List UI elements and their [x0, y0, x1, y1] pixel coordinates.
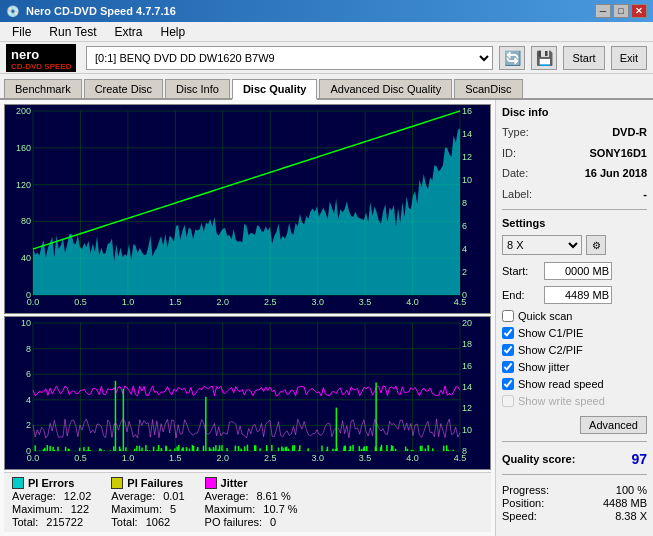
divider-3 — [502, 474, 647, 475]
tab-scan-disc[interactable]: ScanDisc — [454, 79, 522, 98]
end-label: End: — [502, 289, 540, 301]
pi-errors-label: PI Errors — [28, 477, 74, 489]
disc-id-label: ID: — [502, 145, 516, 162]
disc-type-value: DVD-R — [612, 124, 647, 141]
pi-failures-max-label: Maximum: — [111, 503, 162, 515]
disc-id-value: SONY16D1 — [590, 145, 647, 162]
disc-type-label: Type: — [502, 124, 529, 141]
pi-errors-avg-value: 12.02 — [64, 490, 92, 502]
po-failures-value: 0 — [270, 516, 276, 528]
pi-errors-max-value: 122 — [71, 503, 89, 515]
quick-scan-row: Quick scan — [502, 310, 647, 322]
show-read-speed-checkbox[interactable] — [502, 378, 514, 390]
disc-label-row: Label: - — [502, 186, 647, 203]
settings-title: Settings — [502, 217, 647, 229]
title-bar: 💿 Nero CD-DVD Speed 4.7.7.16 ─ □ ✕ — [0, 0, 653, 22]
exit-button[interactable]: Exit — [611, 46, 647, 70]
tab-create-disc[interactable]: Create Disc — [84, 79, 163, 98]
pi-failures-total-label: Total: — [111, 516, 137, 528]
quick-scan-checkbox[interactable] — [502, 310, 514, 322]
progress-section: Progress: 100 % Position: 4488 MB Speed:… — [502, 484, 647, 523]
toolbar: nero CD-DVD SPEED [0:1] BENQ DVD DD DW16… — [0, 42, 653, 74]
tab-advanced-disc-quality[interactable]: Advanced Disc Quality — [319, 79, 452, 98]
speed-select[interactable]: 8 X — [502, 235, 582, 255]
jitter-max-value: 10.7 % — [263, 503, 297, 515]
jitter-avg-value: 8.61 % — [256, 490, 290, 502]
show-c2-pif-checkbox[interactable] — [502, 344, 514, 356]
disc-date-label: Date: — [502, 165, 528, 182]
start-input-row: Start: — [502, 262, 647, 280]
maximize-button[interactable]: □ — [613, 4, 629, 18]
pi-failures-avg-label: Average: — [111, 490, 155, 502]
pi-failures-total-value: 1062 — [146, 516, 170, 528]
advanced-button[interactable]: Advanced — [580, 416, 647, 434]
pi-errors-total-label: Total: — [12, 516, 38, 528]
disc-type-row: Type: DVD-R — [502, 124, 647, 141]
pi-errors-max-label: Maximum: — [12, 503, 63, 515]
jitter-stat: Jitter Average: 8.61 % Maximum: 10.7 % P… — [205, 477, 298, 528]
show-read-speed-label: Show read speed — [518, 378, 604, 390]
show-read-speed-row: Show read speed — [502, 378, 647, 390]
drive-select[interactable]: [0:1] BENQ DVD DD DW1620 B7W9 — [86, 46, 493, 70]
disc-label-label: Label: — [502, 186, 532, 203]
pi-errors-color — [12, 477, 24, 489]
start-label: Start: — [502, 265, 540, 277]
disc-label-value: - — [643, 186, 647, 203]
pi-errors-avg-label: Average: — [12, 490, 56, 502]
nero-logo: nero CD-DVD SPEED — [6, 44, 76, 72]
menu-extra[interactable]: Extra — [106, 23, 150, 41]
close-button[interactable]: ✕ — [631, 4, 647, 18]
bottom-chart — [4, 316, 491, 470]
save-icon-button[interactable]: 💾 — [531, 46, 557, 70]
app-icon: 💿 — [6, 5, 20, 18]
tab-benchmark[interactable]: Benchmark — [4, 79, 82, 98]
speed-row: Speed: 8.38 X — [502, 510, 647, 522]
show-jitter-row: Show jitter — [502, 361, 647, 373]
progress-row: Progress: 100 % — [502, 484, 647, 496]
pi-failures-color — [111, 477, 123, 489]
tab-disc-info[interactable]: Disc Info — [165, 79, 230, 98]
menu-file[interactable]: File — [4, 23, 39, 41]
start-button[interactable]: Start — [563, 46, 604, 70]
top-chart — [4, 104, 491, 314]
minimize-button[interactable]: ─ — [595, 4, 611, 18]
show-write-speed-label: Show write speed — [518, 395, 605, 407]
jitter-max-label: Maximum: — [205, 503, 256, 515]
divider-1 — [502, 209, 647, 210]
charts-area: PI Errors Average: 12.02 Maximum: 122 To… — [0, 100, 495, 536]
start-input[interactable] — [544, 262, 612, 280]
title-bar-controls: ─ □ ✕ — [595, 4, 647, 18]
position-value: 4488 MB — [603, 497, 647, 509]
menu-help[interactable]: Help — [153, 23, 194, 41]
menu-bar: File Run Test Extra Help — [0, 22, 653, 42]
end-input-row: End: — [502, 286, 647, 304]
show-jitter-label: Show jitter — [518, 361, 569, 373]
main-content: PI Errors Average: 12.02 Maximum: 122 To… — [0, 100, 653, 536]
pi-errors-total-value: 215722 — [46, 516, 83, 528]
pi-failures-label: PI Failures — [127, 477, 183, 489]
pi-failures-stat: PI Failures Average: 0.01 Maximum: 5 Tot… — [111, 477, 184, 528]
app-title: Nero CD-DVD Speed 4.7.7.16 — [26, 5, 176, 17]
disc-info-title: Disc info — [502, 106, 647, 118]
progress-label: Progress: — [502, 484, 549, 496]
progress-value: 100 % — [616, 484, 647, 496]
speed-value: 8.38 X — [615, 510, 647, 522]
show-write-speed-checkbox[interactable] — [502, 395, 514, 407]
refresh-icon-button[interactable]: 🔄 — [499, 46, 525, 70]
right-panel: Disc info Type: DVD-R ID: SONY16D1 Date:… — [495, 100, 653, 536]
divider-2 — [502, 441, 647, 442]
show-jitter-checkbox[interactable] — [502, 361, 514, 373]
end-input[interactable] — [544, 286, 612, 304]
pi-failures-max-value: 5 — [170, 503, 176, 515]
tabs: Benchmark Create Disc Disc Info Disc Qua… — [0, 74, 653, 100]
show-c2-pif-label: Show C2/PIF — [518, 344, 583, 356]
quick-scan-label: Quick scan — [518, 310, 572, 322]
position-row: Position: 4488 MB — [502, 497, 647, 509]
show-c2-pif-row: Show C2/PIF — [502, 344, 647, 356]
menu-run-test[interactable]: Run Test — [41, 23, 104, 41]
show-c1-pie-checkbox[interactable] — [502, 327, 514, 339]
jitter-label: Jitter — [221, 477, 248, 489]
settings-icon-button[interactable]: ⚙ — [586, 235, 606, 255]
disc-id-row: ID: SONY16D1 — [502, 145, 647, 162]
tab-disc-quality[interactable]: Disc Quality — [232, 79, 318, 100]
